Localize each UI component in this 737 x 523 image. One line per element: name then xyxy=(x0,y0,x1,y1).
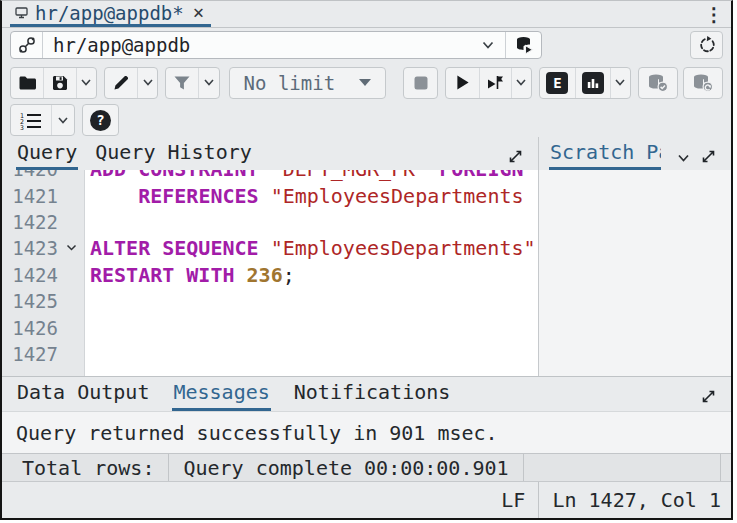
database-commit-icon xyxy=(647,73,669,93)
tab-scratch-pad[interactable]: Scratch Pad xyxy=(549,138,661,170)
expand-scratch-icon[interactable] xyxy=(700,148,717,170)
gutter: 1422 xyxy=(2,211,84,233)
macros-menu-chevron[interactable] xyxy=(51,105,74,135)
gutter: 1421 xyxy=(2,185,84,207)
scratch-tabbar: Scratch Pad xyxy=(539,137,731,170)
disconnect-plug-icon xyxy=(11,32,43,58)
new-connection-icon[interactable] xyxy=(505,32,541,58)
macros-button-group: 1 2 3 xyxy=(10,104,75,136)
tab-messages[interactable]: Messages xyxy=(172,378,270,411)
workspace: Query Query History 1420ADD CONSTRAINT "… xyxy=(2,137,731,376)
connection-combo[interactable]: hr/app@appdb xyxy=(10,31,542,59)
code-line[interactable]: 1426 xyxy=(2,314,538,340)
line-number: 1425 xyxy=(2,290,58,312)
expand-editor-icon[interactable] xyxy=(507,148,524,170)
play-flag-icon xyxy=(486,74,505,92)
explain-menu-chevron[interactable] xyxy=(610,68,630,98)
code-line[interactable]: 1424RESTART WITH 236; xyxy=(2,262,538,288)
tab-notifications[interactable]: Notifications xyxy=(293,378,452,411)
line-number: 1427 xyxy=(2,343,58,365)
editor-tabbar: Query Query History xyxy=(2,137,538,170)
kebab-menu-icon[interactable]: ⋮ xyxy=(697,1,731,27)
commit-button[interactable] xyxy=(638,67,678,99)
close-icon[interactable]: × xyxy=(191,3,206,22)
code-lines: 1420ADD CONSTRAINT "DEPT_MGR_FK" FOREIGN… xyxy=(2,170,538,367)
code-line[interactable]: 1427 xyxy=(2,341,538,367)
expand-output-icon[interactable] xyxy=(700,388,717,411)
circular-arrow-icon xyxy=(697,35,717,55)
divider xyxy=(720,454,721,481)
save-menu-chevron[interactable] xyxy=(76,68,96,98)
play-icon xyxy=(455,74,470,91)
database-rollback-icon xyxy=(692,73,714,93)
execute-from-cursor-button[interactable] xyxy=(479,68,511,98)
messages-panel: Query returned successfully in 901 msec. xyxy=(2,412,731,453)
tab-query-history[interactable]: Query History xyxy=(94,138,253,170)
statusbar-row1: Total rows: Query complete 00:00:00.901 xyxy=(2,453,731,481)
code-text: ADD CONSTRAINT "DEPT_MGR_FK" FOREIGN xyxy=(84,170,524,181)
caret-down-icon xyxy=(359,79,371,86)
execute-button[interactable] xyxy=(446,68,478,98)
query-tool-window: hr/app@appdb* × ⋮ hr/app@appdb xyxy=(0,0,733,520)
rollback-button[interactable] xyxy=(683,67,723,99)
code-line[interactable]: 1422 xyxy=(2,209,538,235)
edit-button[interactable] xyxy=(105,68,137,98)
secondary-toolbar: 1 2 3 ? xyxy=(2,103,731,137)
sql-code-editor[interactable]: 1420ADD CONSTRAINT "DEPT_MGR_FK" FOREIGN… xyxy=(2,170,538,376)
line-number: 1426 xyxy=(2,317,58,339)
save-button[interactable] xyxy=(43,68,75,98)
code-line[interactable]: 1421 REFERENCES "EmployeesDepartments xyxy=(2,182,538,208)
scratch-pad-textarea[interactable] xyxy=(539,170,731,376)
tab-data-output[interactable]: Data Output xyxy=(16,378,150,411)
divider xyxy=(523,454,524,481)
statusbar-row2: LF Ln 1427, Col 1 xyxy=(2,481,731,518)
total-rows-label: Total rows: xyxy=(2,456,168,480)
fold-chevron-icon[interactable] xyxy=(66,244,77,252)
open-file-button[interactable] xyxy=(11,68,43,98)
edit-button-group xyxy=(104,67,158,99)
chevron-down-icon[interactable] xyxy=(471,32,505,58)
code-text: ALTER SEQUENCE "EmployeesDepartments" xyxy=(84,236,536,260)
tab-title: hr/app@appdb* xyxy=(35,2,184,24)
main-toolbar: No limit xyxy=(2,62,731,103)
execute-menu-chevron[interactable] xyxy=(511,68,531,98)
stop-button[interactable] xyxy=(403,67,438,99)
output-tabbar: Data Output Messages Notifications xyxy=(2,376,731,412)
gutter: 1424 xyxy=(2,264,84,286)
eol-indicator[interactable]: LF xyxy=(488,488,538,512)
filter-menu-chevron[interactable] xyxy=(198,68,218,98)
scratch-menu-chevron[interactable] xyxy=(677,154,690,170)
numbered-list-icon: 1 2 3 xyxy=(19,111,43,130)
explain-button[interactable]: E xyxy=(540,68,575,98)
explain-icon: E xyxy=(546,72,568,94)
code-line[interactable]: 1423ALTER SEQUENCE "EmployeesDepartments… xyxy=(2,235,538,261)
refresh-connection-button[interactable] xyxy=(690,31,723,59)
file-button-group xyxy=(10,67,97,99)
query-editor-pane: Query Query History 1420ADD CONSTRAINT "… xyxy=(2,137,538,376)
code-line[interactable]: 1420ADD CONSTRAINT "DEPT_MGR_FK" FOREIGN xyxy=(2,170,538,182)
tab-query[interactable]: Query xyxy=(16,138,78,170)
gutter: 1425 xyxy=(2,290,84,312)
edit-menu-chevron[interactable] xyxy=(137,68,157,98)
filter-button[interactable] xyxy=(166,68,198,98)
help-icon: ? xyxy=(90,110,111,131)
query-complete-time: Query complete 00:00:00.901 xyxy=(169,456,522,480)
code-line[interactable]: 1425 xyxy=(2,288,538,314)
tab-query-editor[interactable]: hr/app@appdb* × xyxy=(10,1,211,27)
cursor-position: Ln 1427, Col 1 xyxy=(539,488,731,512)
execute-button-group xyxy=(445,67,532,99)
connection-bar: hr/app@appdb xyxy=(2,28,731,62)
help-button[interactable]: ? xyxy=(82,104,119,136)
macros-button[interactable]: 1 2 3 xyxy=(11,105,51,135)
gutter: 1423 xyxy=(2,237,84,259)
explain-analyze-button[interactable] xyxy=(575,68,610,98)
row-limit-dropdown[interactable]: No limit xyxy=(229,67,387,99)
pencil-icon xyxy=(112,74,130,92)
folder-icon xyxy=(18,75,37,91)
funnel-filter-icon xyxy=(173,75,191,91)
gutter: 1426 xyxy=(2,317,84,339)
floppy-save-icon xyxy=(51,74,69,92)
bar-chart-icon xyxy=(582,72,604,94)
row-limit-value: No limit xyxy=(244,72,336,94)
svg-text:3: 3 xyxy=(20,123,24,130)
